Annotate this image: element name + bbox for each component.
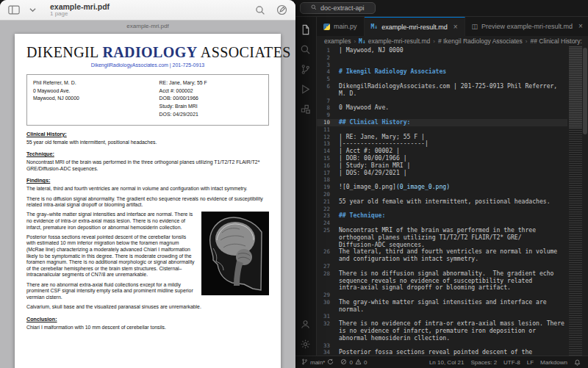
minimap-slider[interactable] [569,46,582,129]
warning-icon [355,358,362,367]
brain-mri-image [201,212,269,298]
run-debug-icon[interactable] [296,80,314,98]
section-paragraph: Noncontrast MRI of the brain was perform… [26,159,269,172]
language-mode[interactable]: Markdown [540,359,567,366]
line-number: 12 [317,134,336,141]
code-line[interactable]: 23## Technique: [317,212,567,220]
explorer-icon[interactable] [296,21,314,38]
source-control-icon[interactable] [296,60,314,78]
code-line[interactable]: 4# Ikengil Radiology Associates [317,68,567,76]
breadcrumb-symbol-h2[interactable]: ## Clinical History: [530,37,581,45]
markup-icon[interactable] [275,4,288,16]
section-paragraph: The lateral, third and fourth ventricles… [26,186,269,192]
from-line: Maywood, NJ 00000 [33,95,159,103]
section-paragraph: 55 year old female with intermittent, po… [26,140,269,146]
close-tab-icon[interactable]: × [453,24,458,31]
preview-content[interactable]: example-mri.pdf DIKENGIL RADIOLOGY ASSOC… [0,20,295,368]
scrollbar-thumb[interactable] [583,48,587,134]
encoding[interactable]: UTF-8 [503,359,520,366]
line-number: 23 [317,212,336,220]
chevron-right-icon: › [526,38,528,45]
markdown-icon: M↓ [359,38,366,45]
indentation[interactable]: Spaces: 2 [471,359,498,366]
line-number: 29 [317,292,336,299]
code-line[interactable]: 34Posterior fossa sections reveal pointe… [317,349,567,356]
section-paragraph: There is no diffusion signal abnormality… [26,196,269,209]
tab-bar: main.py M↓ example-mri-result.md × ◫ Pre… [317,17,588,36]
letterhead-title: DIKENGIL RADIOLOGY ASSOCIATES [26,44,269,61]
line-number: 8 [317,104,336,112]
chevron-down-icon[interactable] [26,4,39,16]
workspace-name: doc-extract-api [320,5,365,12]
sidebar-toggle-icon[interactable] [7,4,21,16]
minimap[interactable] [569,46,582,356]
line-text [339,54,567,62]
letterhead-contact: DikengilRadiologyAssociates.com | 201-72… [26,62,269,68]
pdf-section: Findings:The lateral, third and fourth v… [26,177,269,310]
code-line[interactable]: 30The gray-white matter signal intensiti… [317,299,567,314]
line-number: 7 [317,98,336,105]
line-number: 17 [317,170,336,177]
line-number: 3 [317,62,336,69]
editor-scrollbar[interactable] [582,46,588,356]
eol-sequence[interactable]: LF [527,359,534,366]
patient-line: Acct #: 000002 [159,87,262,95]
line-text: There is no diffusion signal abnormality… [339,270,567,292]
cursor-position[interactable]: Ln 10, Col 21 [429,359,465,366]
preview-toolbar: example-mri.pdf 1 page [0,0,295,21]
zoom-icon[interactable] [254,4,267,16]
code-line[interactable]: 80 Maywood Ave. [317,104,567,112]
code-line[interactable]: 2155 year old female with intermittent, … [317,198,567,206]
section-paragraph: Calvarium, skull base and the visualized… [26,304,269,311]
tab-example-mri-result[interactable]: M↓ example-mri-result.md × [365,17,465,36]
line-text: ## Clinical History: [339,119,567,126]
tab-main-py[interactable]: main.py [317,17,365,36]
breadcrumb-symbol-h1[interactable]: # Ikengil Radiology Associates [438,37,523,45]
git-branch-indicator[interactable]: main* [301,358,334,367]
line-text: Noncontrast MRI of the brain was perform… [339,227,567,248]
code-line[interactable]: 1| Maywood, NJ 0000 [317,47,567,54]
tab-preview-example-mri-result[interactable]: ◫ Preview example-mri-result.md × [465,17,588,36]
code-line[interactable]: 19![0_image_0.png](0_image_0.png) [317,184,567,191]
pdf-from-block: Phil Referrer, M. D.0 Maywood Ave.Maywoo… [33,79,159,119]
markdown-icon: M↓ [371,24,379,30]
settings-gear-icon[interactable] [296,335,314,353]
line-number: 5 [317,76,336,83]
pdf-section: Clinical History:55 year old female with… [26,131,269,146]
code-line[interactable]: 10## Clinical History: [317,119,567,126]
code-line[interactable]: 25Noncontrast MRI of the brain was perfo… [317,227,567,248]
close-tab-icon[interactable]: × [578,23,583,30]
line-text: | DOS: 04/29/2021 | [339,170,567,177]
breadcrumb-file[interactable]: M↓example-mri-result.md [359,37,430,45]
line-number: 31 [317,313,336,320]
line-text: Posterior fossa sections reveal pointed … [339,349,567,356]
line-number: 15 [317,155,336,162]
line-text: | Maywood, NJ 0000 [339,47,567,54]
line-number: 11 [317,126,336,134]
line-number: 32 [317,320,336,342]
status-bar: main* 0 0 Ln 10, Col 21 Spaces: 2 UTF-8 … [294,356,588,368]
account-icon[interactable] [296,315,314,333]
line-text: # Ikengil Radiology Associates [339,68,567,76]
search-sidebar-icon[interactable] [296,40,314,58]
preview-icon: ◫ [472,23,478,30]
patient-line: RE: Jane, Mary; 55 F [159,79,262,87]
extensions-icon[interactable] [296,100,314,118]
notifications-bell-icon[interactable] [574,359,581,366]
code-line[interactable]: 26The lateral, third and fourth ventricl… [317,248,567,263]
code-line[interactable]: 6DikengilRadiologyAssociates.com | 201-7… [317,83,567,98]
breadcrumb-folder[interactable]: examples [324,37,351,45]
code-line[interactable]: 28There is no diffusion signal abnormali… [317,270,567,292]
pdf-section: Technique:Noncontrast MRI of the brain w… [26,151,269,172]
markdown-editor[interactable]: 1| Maywood, NJ 0000234# Ikengil Radiolog… [317,46,588,356]
code-line[interactable]: 17| DOS: 04/29/2021 | [317,170,567,177]
code-line[interactable]: 2 [317,54,567,62]
problems-indicator[interactable]: 0 0 [340,358,367,367]
line-number: 22 [317,206,336,213]
tab-label: main.py [334,23,357,30]
command-center[interactable]: doc-extract-api [300,2,376,14]
line-text: The gray-white matter signal intensities… [339,299,567,314]
page-count: 1 page [50,11,110,18]
code-line[interactable]: 32There is no evidence of intra-or extra… [317,320,567,342]
section-heading: Conclusion: [26,316,269,322]
